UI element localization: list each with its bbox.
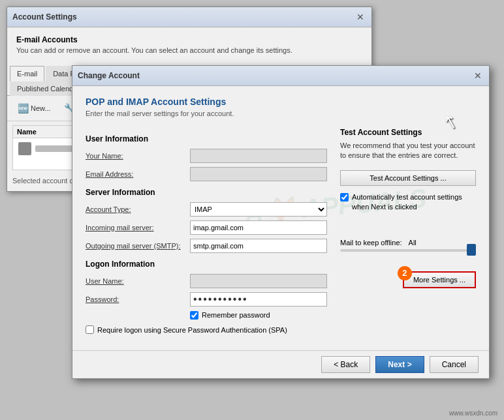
username-input[interactable]	[190, 274, 327, 288]
incoming-server-row: Incoming mail server:	[86, 220, 327, 235]
offline-value: All	[409, 239, 417, 247]
more-settings-label: More Settings ...	[413, 276, 465, 284]
password-input[interactable]	[190, 292, 327, 307]
step2-badge: 2	[398, 266, 412, 280]
change-account-title: Change Account	[78, 71, 140, 80]
remember-row: Remember password	[86, 310, 327, 320]
email-address-row: Email Address:	[86, 167, 327, 181]
server-info-header: Server Information	[86, 188, 327, 197]
password-label: Password:	[86, 295, 190, 303]
new-icon: 🆕	[18, 103, 29, 113]
new-button-label: New...	[31, 104, 51, 112]
form-right: Test Account Settings We recommend that …	[340, 128, 476, 340]
more-settings-button[interactable]: 2 More Settings ...	[403, 271, 476, 288]
auto-test-row: Automatically test account settings when…	[340, 192, 476, 213]
cancel-button[interactable]: Cancel	[430, 356, 479, 373]
test-settings-title: Test Account Settings	[340, 128, 476, 137]
test-account-settings-button[interactable]: Test Account Settings ...	[340, 170, 476, 186]
logon-info-header: Logon Information	[86, 260, 327, 269]
require-row: Require logon using Secure Password Auth…	[86, 325, 327, 335]
remember-checkbox-row: Remember password	[190, 310, 327, 320]
outgoing-server-input[interactable]	[190, 239, 327, 253]
incoming-server-label: Incoming mail server:	[86, 224, 190, 232]
pop-imap-desc: Enter the mail server settings for your …	[86, 110, 476, 117]
bottom-watermark: www.wsxdn.com	[449, 410, 497, 417]
account-settings-titlebar: Account Settings ✕	[7, 7, 371, 27]
auto-test-checkbox[interactable]	[340, 193, 349, 202]
account-avatar	[18, 142, 31, 155]
require-spa-label: Require logon using Secure Password Auth…	[97, 325, 287, 335]
account-type-select[interactable]: IMAP POP3	[190, 202, 327, 217]
dialog-footer: < Back Next > Cancel	[72, 350, 489, 378]
account-type-label: Account Type:	[86, 205, 190, 213]
username-label: User Name:	[86, 277, 190, 285]
email-address-input[interactable]	[190, 167, 327, 181]
offline-label: Mail to keep offline:	[340, 239, 402, 247]
account-settings-close-button[interactable]: ✕	[354, 11, 366, 23]
outgoing-server-label: Outgoing mail server (SMTP):	[86, 242, 190, 250]
outgoing-server-row: Outgoing mail server (SMTP):	[86, 239, 327, 253]
password-row: Password:	[86, 292, 327, 307]
tab-email[interactable]: E-mail	[10, 66, 44, 82]
change-account-dialog: Change Account ✕ POP and IMAP Account Se…	[72, 65, 490, 379]
account-type-select-wrapper: IMAP POP3	[190, 202, 327, 217]
offline-slider-thumb[interactable]	[467, 244, 476, 256]
pop-imap-title: POP and IMAP Account Settings	[86, 97, 476, 107]
username-row: User Name:	[86, 274, 327, 288]
offline-slider-container	[340, 249, 476, 252]
change-account-close-button[interactable]: ✕	[472, 70, 484, 82]
offline-row: Mail to keep offline: All	[340, 239, 476, 247]
your-name-row: Your Name:	[86, 149, 327, 163]
form-left: User Information Your Name: Email Addres…	[86, 128, 327, 340]
email-accounts-title: E-mail Accounts	[16, 35, 362, 44]
account-settings-content: E-mail Accounts You can add or remove an…	[7, 27, 371, 66]
require-spa-checkbox[interactable]	[86, 325, 94, 334]
new-account-button[interactable]: 🆕 New...	[12, 100, 56, 116]
user-info-header: User Information	[86, 134, 327, 143]
change-account-content: POP and IMAP Account Settings Enter the …	[72, 86, 489, 350]
offline-slider-track	[340, 249, 476, 252]
more-settings-container: 2 More Settings ...	[340, 271, 476, 288]
back-button[interactable]: < Back	[321, 356, 370, 373]
next-button[interactable]: Next >	[375, 356, 424, 373]
form-area: User Information Your Name: Email Addres…	[86, 128, 476, 340]
incoming-server-input[interactable]	[190, 220, 327, 235]
account-type-row: Account Type: IMAP POP3	[86, 202, 327, 217]
your-name-label: Your Name:	[86, 152, 190, 160]
email-address-label: Email Address:	[86, 170, 190, 178]
auto-test-label: Automatically test account settings when…	[352, 192, 476, 213]
remember-password-checkbox[interactable]	[190, 311, 198, 320]
change-account-titlebar: Change Account ✕	[72, 66, 489, 86]
remember-password-label: Remember password	[202, 310, 270, 320]
email-accounts-desc: You can add or remove an account. You ca…	[16, 46, 362, 54]
your-name-input[interactable]	[190, 149, 327, 163]
test-settings-desc: We recommend that you test your account …	[340, 141, 476, 161]
account-settings-title: Account Settings	[12, 12, 77, 22]
